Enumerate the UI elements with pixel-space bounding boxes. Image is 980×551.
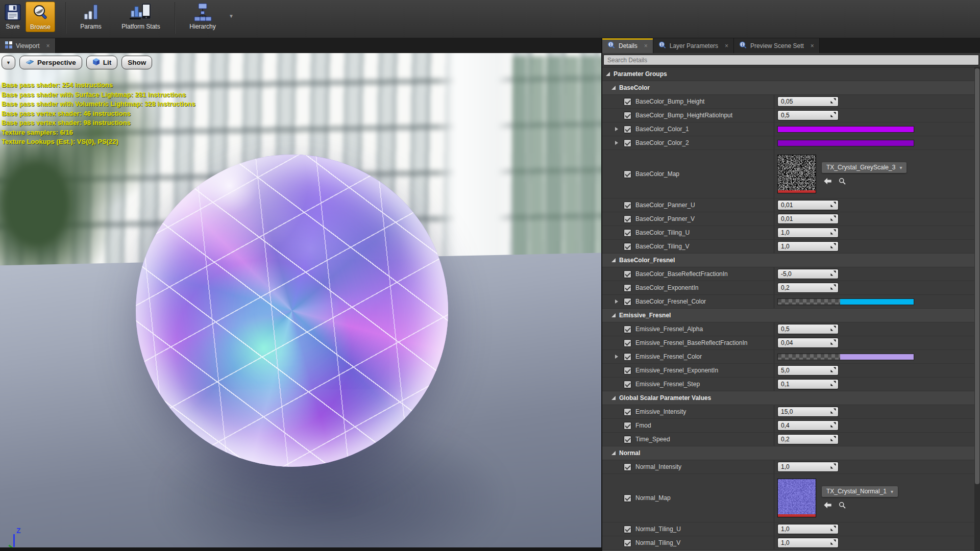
tab-viewport[interactable]: Viewport × bbox=[0, 38, 56, 53]
close-icon[interactable]: × bbox=[811, 43, 814, 49]
slider-handle-icon[interactable] bbox=[830, 422, 836, 429]
browse-to-asset-icon[interactable] bbox=[839, 178, 846, 186]
param-checkbox[interactable] bbox=[624, 494, 631, 502]
hierarchy-dropdown-caret-icon[interactable]: ▼ bbox=[229, 13, 234, 19]
param-checkbox[interactable] bbox=[624, 463, 631, 471]
slider-handle-icon[interactable] bbox=[830, 539, 836, 546]
value-field[interactable]: 0,05 bbox=[777, 96, 839, 107]
category-expander-icon[interactable] bbox=[611, 396, 616, 400]
slider-handle-icon[interactable] bbox=[830, 381, 836, 388]
close-icon[interactable]: × bbox=[725, 43, 728, 49]
value-field[interactable]: 1,0 bbox=[777, 538, 839, 548]
show-button[interactable]: Show bbox=[121, 56, 152, 69]
param-checkbox[interactable] bbox=[624, 112, 631, 119]
browse-to-asset-icon[interactable] bbox=[839, 502, 846, 510]
perspective-button[interactable]: Perspective bbox=[19, 56, 82, 69]
expander-icon[interactable] bbox=[615, 127, 618, 131]
param-checkbox[interactable] bbox=[624, 339, 631, 347]
close-icon[interactable]: × bbox=[644, 43, 648, 49]
param-checkbox[interactable] bbox=[624, 139, 631, 147]
slider-handle-icon[interactable] bbox=[830, 525, 836, 533]
slider-handle-icon[interactable] bbox=[830, 325, 836, 333]
param-checkbox[interactable] bbox=[624, 539, 631, 547]
value-field[interactable]: 5,0 bbox=[777, 365, 839, 375]
param-checkbox[interactable] bbox=[624, 325, 631, 333]
category-expander-icon[interactable] bbox=[611, 258, 616, 262]
value-field[interactable]: 0,01 bbox=[777, 214, 839, 224]
slider-handle-icon[interactable] bbox=[830, 284, 836, 291]
texture-asset-dropdown[interactable]: TX_Crystal_Normal_1▾ bbox=[822, 486, 898, 497]
texture-thumbnail[interactable] bbox=[777, 479, 816, 517]
expander-icon[interactable] bbox=[615, 299, 618, 304]
category-header-row[interactable]: BaseColor_Fresnel bbox=[602, 254, 980, 267]
param-checkbox[interactable] bbox=[624, 215, 631, 223]
value-field[interactable]: 0,5 bbox=[777, 110, 839, 120]
param-checkbox[interactable] bbox=[624, 381, 631, 388]
value-field[interactable]: 0,2 bbox=[777, 283, 839, 293]
slider-handle-icon[interactable] bbox=[830, 339, 836, 346]
texture-thumbnail[interactable] bbox=[777, 155, 816, 193]
slider-handle-icon[interactable] bbox=[830, 367, 836, 374]
viewport-canvas[interactable]: ▼ Perspective Lit Show bbox=[0, 53, 601, 551]
param-checkbox[interactable] bbox=[624, 270, 631, 278]
slider-handle-icon[interactable] bbox=[830, 202, 836, 209]
value-field[interactable]: 1,0 bbox=[777, 228, 839, 238]
value-field[interactable]: 1,0 bbox=[777, 241, 839, 252]
param-checkbox[interactable] bbox=[624, 202, 631, 209]
search-details-input[interactable] bbox=[603, 55, 979, 65]
param-checkbox[interactable] bbox=[624, 170, 631, 178]
slider-handle-icon[interactable] bbox=[830, 215, 836, 222]
slider-handle-icon[interactable] bbox=[830, 229, 836, 236]
category-header-row[interactable]: Parameter Groups bbox=[602, 67, 980, 81]
close-icon[interactable]: × bbox=[46, 43, 50, 49]
slider-handle-icon[interactable] bbox=[830, 98, 836, 105]
category-header-row[interactable]: Global Scalar Parameter Values bbox=[602, 391, 980, 405]
slider-handle-icon[interactable] bbox=[830, 463, 836, 470]
value-field[interactable]: 0,2 bbox=[777, 434, 839, 444]
tab-details[interactable]: Details × bbox=[602, 38, 653, 53]
color-swatch-bar[interactable] bbox=[777, 126, 914, 133]
params-button[interactable]: Params bbox=[72, 2, 109, 32]
save-button[interactable]: Save bbox=[1, 2, 24, 32]
category-header-row[interactable]: Normal bbox=[602, 446, 980, 460]
slider-handle-icon[interactable] bbox=[830, 270, 836, 278]
param-checkbox[interactable] bbox=[624, 367, 631, 374]
param-checkbox[interactable] bbox=[624, 525, 631, 533]
lit-button[interactable]: Lit bbox=[86, 56, 118, 69]
slider-handle-icon[interactable] bbox=[830, 243, 836, 250]
value-field[interactable]: 0,04 bbox=[777, 338, 839, 348]
viewport-options-dropdown[interactable]: ▼ bbox=[2, 56, 15, 69]
param-checkbox[interactable] bbox=[624, 422, 631, 430]
tab-layer-parameters[interactable]: Layer Parameters × bbox=[653, 38, 734, 53]
param-checkbox[interactable] bbox=[624, 353, 631, 361]
param-checkbox[interactable] bbox=[624, 126, 631, 133]
value-field[interactable]: 0,1 bbox=[777, 379, 839, 389]
color-swatch-bar[interactable] bbox=[777, 298, 914, 305]
value-field[interactable]: 0,01 bbox=[777, 200, 839, 210]
category-expander-icon[interactable] bbox=[611, 86, 616, 90]
value-field[interactable]: 1,0 bbox=[777, 524, 839, 534]
param-checkbox[interactable] bbox=[624, 243, 631, 251]
category-expander-icon[interactable] bbox=[606, 72, 610, 76]
hierarchy-button[interactable]: Hierarchy bbox=[180, 2, 226, 32]
use-selected-asset-icon[interactable] bbox=[823, 178, 832, 186]
param-checkbox[interactable] bbox=[624, 408, 631, 416]
param-checkbox[interactable] bbox=[624, 229, 631, 237]
texture-asset-dropdown[interactable]: TX_Crystal_GreyScale_3▾ bbox=[822, 162, 906, 173]
category-header-row[interactable]: BaseColor bbox=[602, 81, 980, 95]
platform-stats-button[interactable]: Platform Stats bbox=[111, 2, 170, 32]
color-swatch-bar[interactable] bbox=[777, 354, 914, 360]
scrollbar-thumb[interactable] bbox=[975, 68, 979, 484]
slider-handle-icon[interactable] bbox=[830, 436, 836, 443]
use-selected-asset-icon[interactable] bbox=[823, 502, 832, 510]
param-checkbox[interactable] bbox=[624, 98, 631, 106]
category-expander-icon[interactable] bbox=[611, 451, 616, 455]
param-checkbox[interactable] bbox=[624, 436, 631, 443]
value-field[interactable]: 0,5 bbox=[777, 324, 839, 334]
color-swatch-bar[interactable] bbox=[777, 140, 914, 146]
value-field[interactable]: 0,4 bbox=[777, 420, 839, 431]
value-field[interactable]: 15,0 bbox=[777, 407, 839, 417]
category-expander-icon[interactable] bbox=[611, 313, 616, 317]
tab-preview-scene-settings[interactable]: Preview Scene Sett × bbox=[734, 38, 820, 53]
category-header-row[interactable]: Emissive_Fresnel bbox=[602, 309, 980, 322]
